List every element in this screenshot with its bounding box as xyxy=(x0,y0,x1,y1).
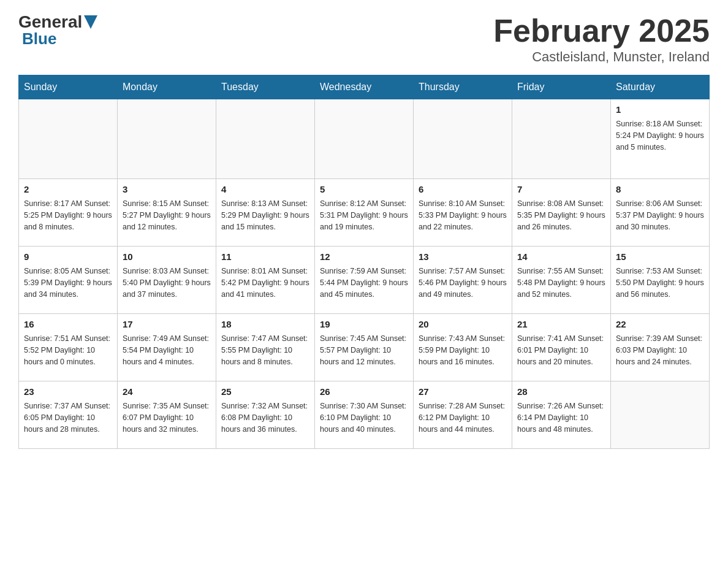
day-info: Sunrise: 7:37 AM Sunset: 6:05 PM Dayligh… xyxy=(24,400,112,436)
day-info: Sunrise: 7:30 AM Sunset: 6:10 PM Dayligh… xyxy=(320,400,408,436)
day-number: 17 xyxy=(123,318,211,332)
calendar-cell: 19Sunrise: 7:45 AM Sunset: 5:57 PM Dayli… xyxy=(315,314,414,381)
day-number: 14 xyxy=(517,250,605,264)
day-info: Sunrise: 7:35 AM Sunset: 6:07 PM Dayligh… xyxy=(123,400,211,436)
calendar-cell: 26Sunrise: 7:30 AM Sunset: 6:10 PM Dayli… xyxy=(315,381,414,449)
day-info: Sunrise: 7:57 AM Sunset: 5:46 PM Dayligh… xyxy=(419,266,507,301)
calendar-cell xyxy=(118,99,216,179)
calendar-cell: 6Sunrise: 8:10 AM Sunset: 5:33 PM Daylig… xyxy=(414,179,512,247)
location-subtitle: Castleisland, Munster, Ireland xyxy=(493,49,710,65)
calendar-week-row: 23Sunrise: 7:37 AM Sunset: 6:05 PM Dayli… xyxy=(19,381,710,449)
day-header-wednesday: Wednesday xyxy=(315,75,414,99)
calendar-cell: 27Sunrise: 7:28 AM Sunset: 6:12 PM Dayli… xyxy=(414,381,512,449)
day-number: 28 xyxy=(517,385,605,399)
calendar-cell: 10Sunrise: 8:03 AM Sunset: 5:40 PM Dayli… xyxy=(118,247,216,314)
logo: General Blue xyxy=(18,12,97,48)
calendar-cell: 9Sunrise: 8:05 AM Sunset: 5:39 PM Daylig… xyxy=(19,247,118,314)
day-info: Sunrise: 7:26 AM Sunset: 6:14 PM Dayligh… xyxy=(517,400,605,436)
day-info: Sunrise: 7:45 AM Sunset: 5:57 PM Dayligh… xyxy=(320,333,408,369)
day-info: Sunrise: 8:12 AM Sunset: 5:31 PM Dayligh… xyxy=(320,198,408,234)
day-header-monday: Monday xyxy=(118,75,216,99)
day-info: Sunrise: 8:03 AM Sunset: 5:40 PM Dayligh… xyxy=(123,266,211,301)
day-number: 2 xyxy=(24,183,112,197)
calendar-cell xyxy=(611,381,710,449)
day-number: 16 xyxy=(24,318,112,332)
day-number: 3 xyxy=(123,183,211,197)
calendar-cell: 24Sunrise: 7:35 AM Sunset: 6:07 PM Dayli… xyxy=(118,381,216,449)
day-number: 21 xyxy=(517,318,605,332)
day-number: 26 xyxy=(320,385,408,399)
day-header-saturday: Saturday xyxy=(611,75,710,99)
day-info: Sunrise: 7:47 AM Sunset: 5:55 PM Dayligh… xyxy=(221,333,309,369)
day-number: 7 xyxy=(517,183,605,197)
page-header: General Blue February 2025 Castleisland,… xyxy=(18,12,710,65)
calendar-cell: 18Sunrise: 7:47 AM Sunset: 5:55 PM Dayli… xyxy=(216,314,315,381)
day-number: 13 xyxy=(419,250,507,264)
day-number: 18 xyxy=(221,318,309,332)
day-info: Sunrise: 7:59 AM Sunset: 5:44 PM Dayligh… xyxy=(320,266,408,301)
day-header-friday: Friday xyxy=(512,75,611,99)
day-number: 20 xyxy=(419,318,507,332)
calendar-cell: 16Sunrise: 7:51 AM Sunset: 5:52 PM Dayli… xyxy=(19,314,118,381)
calendar-cell: 25Sunrise: 7:32 AM Sunset: 6:08 PM Dayli… xyxy=(216,381,315,449)
day-number: 8 xyxy=(616,183,704,197)
calendar-cell: 7Sunrise: 8:08 AM Sunset: 5:35 PM Daylig… xyxy=(512,179,611,247)
day-header-tuesday: Tuesday xyxy=(216,75,315,99)
calendar-cell: 3Sunrise: 8:15 AM Sunset: 5:27 PM Daylig… xyxy=(118,179,216,247)
calendar-week-row: 9Sunrise: 8:05 AM Sunset: 5:39 PM Daylig… xyxy=(19,247,710,314)
day-number: 24 xyxy=(123,385,211,399)
calendar-cell: 21Sunrise: 7:41 AM Sunset: 6:01 PM Dayli… xyxy=(512,314,611,381)
day-number: 5 xyxy=(320,183,408,197)
day-info: Sunrise: 8:06 AM Sunset: 5:37 PM Dayligh… xyxy=(616,198,704,234)
day-info: Sunrise: 8:15 AM Sunset: 5:27 PM Dayligh… xyxy=(123,198,211,234)
day-number: 1 xyxy=(616,103,704,117)
day-number: 4 xyxy=(221,183,309,197)
day-number: 10 xyxy=(123,250,211,264)
day-number: 19 xyxy=(320,318,408,332)
day-number: 11 xyxy=(221,250,309,264)
calendar-header-row: SundayMondayTuesdayWednesdayThursdayFrid… xyxy=(19,75,710,99)
calendar-week-row: 2Sunrise: 8:17 AM Sunset: 5:25 PM Daylig… xyxy=(19,179,710,247)
calendar-cell: 2Sunrise: 8:17 AM Sunset: 5:25 PM Daylig… xyxy=(19,179,118,247)
day-number: 6 xyxy=(419,183,507,197)
day-info: Sunrise: 8:01 AM Sunset: 5:42 PM Dayligh… xyxy=(221,266,309,301)
calendar-cell: 8Sunrise: 8:06 AM Sunset: 5:37 PM Daylig… xyxy=(611,179,710,247)
calendar-cell: 17Sunrise: 7:49 AM Sunset: 5:54 PM Dayli… xyxy=(118,314,216,381)
svg-marker-0 xyxy=(84,15,97,29)
day-number: 25 xyxy=(221,385,309,399)
day-number: 23 xyxy=(24,385,112,399)
day-info: Sunrise: 7:55 AM Sunset: 5:48 PM Dayligh… xyxy=(517,266,605,301)
title-section: February 2025 Castleisland, Munster, Ire… xyxy=(493,12,710,65)
day-info: Sunrise: 7:43 AM Sunset: 5:59 PM Dayligh… xyxy=(419,333,507,369)
calendar-cell: 15Sunrise: 7:53 AM Sunset: 5:50 PM Dayli… xyxy=(611,247,710,314)
calendar-week-row: 1Sunrise: 8:18 AM Sunset: 5:24 PM Daylig… xyxy=(19,99,710,179)
day-info: Sunrise: 8:13 AM Sunset: 5:29 PM Dayligh… xyxy=(221,198,309,234)
month-title: February 2025 xyxy=(493,12,710,49)
day-info: Sunrise: 8:05 AM Sunset: 5:39 PM Dayligh… xyxy=(24,266,112,301)
calendar-week-row: 16Sunrise: 7:51 AM Sunset: 5:52 PM Dayli… xyxy=(19,314,710,381)
day-number: 15 xyxy=(616,250,704,264)
logo-blue-text: Blue xyxy=(22,29,56,48)
day-info: Sunrise: 8:17 AM Sunset: 5:25 PM Dayligh… xyxy=(24,198,112,234)
day-number: 12 xyxy=(320,250,408,264)
day-info: Sunrise: 8:08 AM Sunset: 5:35 PM Dayligh… xyxy=(517,198,605,234)
day-header-thursday: Thursday xyxy=(414,75,512,99)
day-info: Sunrise: 7:51 AM Sunset: 5:52 PM Dayligh… xyxy=(24,333,112,369)
day-info: Sunrise: 7:39 AM Sunset: 6:03 PM Dayligh… xyxy=(616,333,704,369)
calendar-cell: 1Sunrise: 8:18 AM Sunset: 5:24 PM Daylig… xyxy=(611,99,710,179)
day-info: Sunrise: 7:49 AM Sunset: 5:54 PM Dayligh… xyxy=(123,333,211,369)
calendar-cell xyxy=(414,99,512,179)
calendar-cell: 4Sunrise: 8:13 AM Sunset: 5:29 PM Daylig… xyxy=(216,179,315,247)
calendar-cell xyxy=(315,99,414,179)
day-info: Sunrise: 7:28 AM Sunset: 6:12 PM Dayligh… xyxy=(419,400,507,436)
calendar-cell: 12Sunrise: 7:59 AM Sunset: 5:44 PM Dayli… xyxy=(315,247,414,314)
calendar-cell xyxy=(512,99,611,179)
day-header-sunday: Sunday xyxy=(19,75,118,99)
day-info: Sunrise: 7:41 AM Sunset: 6:01 PM Dayligh… xyxy=(517,333,605,369)
day-number: 22 xyxy=(616,318,704,332)
day-number: 27 xyxy=(419,385,507,399)
calendar-cell: 20Sunrise: 7:43 AM Sunset: 5:59 PM Dayli… xyxy=(414,314,512,381)
calendar-cell: 28Sunrise: 7:26 AM Sunset: 6:14 PM Dayli… xyxy=(512,381,611,449)
calendar-cell: 11Sunrise: 8:01 AM Sunset: 5:42 PM Dayli… xyxy=(216,247,315,314)
calendar-cell xyxy=(19,99,118,179)
